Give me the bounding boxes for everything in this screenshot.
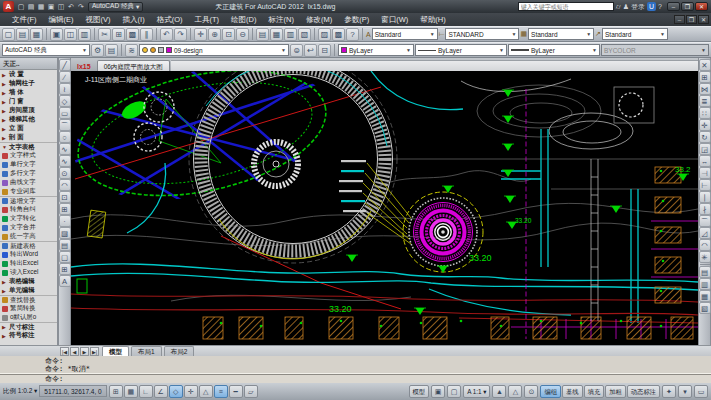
sidebar-item-7[interactable]: ▶剖 面 [0,133,57,142]
layer-properties-icon[interactable]: ≋ [125,44,138,57]
extend-icon[interactable]: ⊢ [699,179,711,191]
doc-restore-button[interactable]: ❒ [686,15,697,24]
doc-tab-filename[interactable]: lx15 [71,63,97,71]
menu-item-2[interactable]: 视图(V) [80,13,117,26]
sidebar-item-11[interactable]: 多行文字 [0,169,57,178]
doc-close-button[interactable]: ✕ [698,15,709,24]
send-under-icon[interactable]: ▧ [699,302,711,314]
polar-toggle[interactable]: ∠ [154,385,168,398]
designcenter-icon[interactable]: ▦ [270,28,283,41]
sidebar-item-0[interactable]: ▶设 置 [0,70,57,79]
sidebar-item-5[interactable]: ▶楼梯其他 [0,115,57,124]
command-input[interactable]: 命令: [0,374,711,383]
layer-states-icon[interactable]: ⊟ [318,44,331,57]
tab-next-icon[interactable]: ▶ [80,347,89,356]
mirror-icon[interactable]: ⋈ [699,83,711,95]
tz-toggle-2[interactable]: 填充 [584,385,605,398]
redo-icon[interactable]: ↷ [76,2,86,12]
menu-item-3[interactable]: 插入(I) [117,13,151,26]
signin-label[interactable]: 登录 [631,2,645,11]
clean-screen-icon[interactable]: ▭ [694,385,708,398]
new-icon[interactable]: ▢ [16,2,26,12]
tab-last-icon[interactable]: ▶| [90,347,99,356]
trim-icon[interactable]: ⊣ [699,167,711,179]
plot-preview-icon[interactable]: ◫ [64,28,77,41]
layout-tab-0[interactable]: 模型 [102,346,129,356]
scale-icon[interactable]: ◲ [699,143,711,155]
paste-icon[interactable]: ▩ [126,28,139,41]
rotate-icon[interactable]: ↻ [699,131,711,143]
sidebar-title[interactable]: 天正.. [0,58,57,70]
send-to-back-icon[interactable]: ▥ [699,278,711,290]
sidebar-item-17[interactable]: 文字合并 [0,223,57,232]
line-icon[interactable]: ╱ [59,59,71,71]
tz-scale-control[interactable]: 比例 1:0.2 ▾ [3,387,37,396]
sidebar-item-14[interactable]: 递增文字 [0,196,57,205]
color-combo[interactable]: ByLayer▼ [338,44,414,56]
bring-to-front-icon[interactable]: ▤ [699,266,711,278]
multiline-text-icon[interactable]: A [59,275,71,287]
gradient-icon[interactable]: ▤ [59,239,71,251]
spline-icon[interactable]: ∿ [59,155,71,167]
menu-item-4[interactable]: 格式(O) [151,13,189,26]
sidebar-item-20[interactable]: 转出Word [0,250,57,259]
user-icon[interactable]: ♟ [623,2,629,11]
exchange-icon[interactable]: U [647,2,656,11]
copy-icon[interactable]: ⊞ [699,71,711,83]
ellipse-arc-icon[interactable]: ◠ [59,179,71,191]
sidebar-item-2[interactable]: ▶墙 体 [0,88,57,97]
dim-style-combo[interactable]: STANDARD▼ [445,28,519,40]
menu-item-6[interactable]: 绘图(D) [225,13,262,26]
plot-preview-icon[interactable]: ◫ [56,2,66,12]
open-icon[interactable]: ▤ [16,28,29,41]
dyn-toggle[interactable]: ≡ [214,385,228,398]
sidebar-item-9[interactable]: 文字样式 [0,151,57,160]
grid-toggle[interactable]: ▦ [124,385,138,398]
autoscale-icon[interactable]: △ [508,385,522,398]
workspace-combo[interactable]: AutoCAD 经典▼ [2,44,90,56]
bring-above-icon[interactable]: ▦ [699,290,711,302]
status-menu-icon[interactable]: ▾ [678,385,692,398]
sidebar-item-10[interactable]: 单行文字 [0,160,57,169]
properties-icon[interactable]: ▤ [256,28,269,41]
sidebar-item-24[interactable]: ▶单元编辑 [0,286,57,295]
binoculars-icon[interactable]: ⌭ [616,2,621,11]
sidebar-item-12[interactable]: 曲线文字 [0,178,57,187]
break-icon[interactable]: ∤ [699,203,711,215]
arc-icon[interactable]: ⌒ [59,119,71,131]
quick-view-layouts-icon[interactable]: ▣ [431,385,445,398]
tab-first-icon[interactable]: |◀ [60,347,69,356]
drawing-canvas[interactable]: J-11区南侧二期商业 33.20 33.20 33.2 33.20 [71,71,698,345]
menu-item-7[interactable]: 标注(N) [263,13,300,26]
layer-combo[interactable]: 09-design▼ [139,44,289,56]
sidebar-item-13[interactable]: 专业词库 [0,187,57,196]
sidebar-item-22[interactable]: 读入Excel [0,268,57,277]
minimize-button[interactable]: – [667,2,680,11]
sidebar-item-15[interactable]: 转角自纠 [0,205,57,214]
menu-item-9[interactable]: 参数(P) [338,13,375,26]
sheetset-manager-icon[interactable]: ▧ [298,28,311,41]
layer-previous-icon[interactable]: ↩ [304,44,317,57]
menu-item-11[interactable]: 帮助(H) [414,13,451,26]
menu-item-10[interactable]: 窗口(W) [375,13,414,26]
text-style-combo[interactable]: Standard▼ [372,28,438,40]
doc-minimize-button[interactable]: – [674,15,685,24]
tz-toggle-4[interactable]: 动态标注 [627,385,660,398]
menu-item-1[interactable]: 编辑(E) [43,13,80,26]
cut-icon[interactable]: ✂ [98,28,111,41]
circle-icon[interactable]: ○ [59,131,71,143]
help-icon[interactable]: ? [346,28,359,41]
sidebar-item-16[interactable]: 文字转化 [0,214,57,223]
sidebar-item-19[interactable]: 新建表格 [0,241,57,250]
sidebar-item-1[interactable]: ▶轴网柱子 [0,79,57,88]
ortho-toggle[interactable]: ∟ [139,385,153,398]
autocad-logo-icon[interactable]: A [3,1,14,12]
tool-palettes-icon[interactable]: ▥ [284,28,297,41]
sidebar-item-3[interactable]: ▶门 窗 [0,97,57,106]
make-object-layer-current-icon[interactable]: ⊜ [290,44,303,57]
sidebar-item-4[interactable]: ▶房间屋顶 [0,106,57,115]
sidebar-item-25[interactable]: 查找替换 [0,295,57,304]
table-style-combo[interactable]: Standard▼ [528,28,594,40]
new-icon[interactable]: ▢ [2,28,15,41]
save-icon[interactable]: ▦ [30,28,43,41]
